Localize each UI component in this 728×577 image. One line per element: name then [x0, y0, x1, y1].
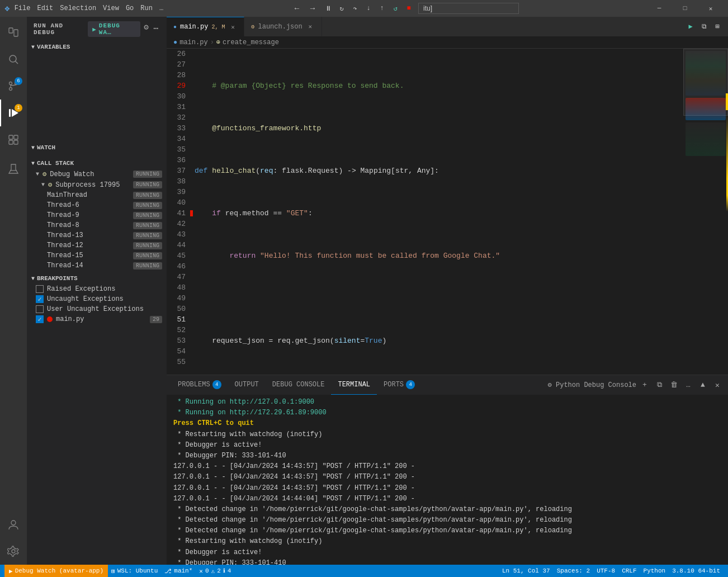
- menu-run[interactable]: Run: [140, 4, 153, 12]
- bp-main-py[interactable]: ✓ main.py 29: [27, 314, 167, 324]
- panel-new-terminal[interactable]: +: [639, 379, 651, 391]
- activity-settings[interactable]: [0, 538, 27, 565]
- activity-extensions[interactable]: [0, 126, 27, 153]
- status-errors[interactable]: ✕ 0 ⚠ 2 ℹ 4: [196, 565, 234, 577]
- status-wsl[interactable]: ⊞ WSL: Ubuntu: [108, 565, 161, 577]
- menu-view[interactable]: View: [103, 4, 119, 12]
- panel-tab-problems[interactable]: PROBLEMS 4: [171, 375, 228, 395]
- panel-split[interactable]: ⧉: [653, 379, 665, 391]
- status-wsl-label: WSL: Ubuntu: [117, 567, 158, 574]
- callstack-thread12[interactable]: Thread-12 RUNNING: [27, 240, 167, 250]
- code-content[interactable]: # @param {Object} res Response to send b…: [190, 49, 683, 375]
- bp-uncaught-checkbox[interactable]: ✓: [36, 295, 44, 303]
- status-language[interactable]: Python: [640, 565, 669, 577]
- debug-step-into-button[interactable]: ↓: [362, 2, 375, 15]
- tab-launch-json[interactable]: ⚙ launch.json ✕: [244, 17, 322, 36]
- tab-main-py-close[interactable]: ✕: [228, 22, 237, 31]
- breadcrumb-fn[interactable]: create_message: [223, 39, 279, 46]
- activity-search[interactable]: [0, 46, 27, 73]
- bp-uncaught-exceptions[interactable]: ✓ Uncaught Exceptions: [27, 294, 167, 304]
- callstack-thread9[interactable]: Thread-9 RUNNING: [27, 210, 167, 220]
- status-error-icon: ✕: [199, 567, 203, 575]
- callstack-thread13-label: Thread-13: [47, 231, 83, 239]
- callstack-debug-watch[interactable]: ▼ ⚙ Debug Watch RUNNING: [27, 169, 167, 179]
- editor-split-button[interactable]: ⧉: [698, 21, 710, 33]
- title-bar-center: ← → ⏸ ↻ ↷ ↓ ↑ ↺ ■: [168, 2, 642, 15]
- bp-raised-checkbox[interactable]: [36, 285, 44, 293]
- menu-edit[interactable]: Edit: [37, 4, 53, 12]
- activity-source-control[interactable]: 6: [0, 73, 27, 100]
- status-spaces[interactable]: Spaces: 2: [554, 565, 593, 577]
- callstack-subprocess[interactable]: ▼ ⚙ Subprocess 17995 RUNNING: [27, 179, 167, 190]
- watch-section[interactable]: ▼ WATCH: [27, 142, 167, 153]
- status-git[interactable]: ⎇ main*: [161, 565, 196, 577]
- callstack-thread13[interactable]: Thread-13 RUNNING: [27, 230, 167, 240]
- debug-stop-button[interactable]: ■: [403, 2, 415, 15]
- debug-watch-config[interactable]: ▶ Debug Wa…: [88, 21, 140, 37]
- panel-tab-ports[interactable]: PORTS 4: [377, 375, 422, 395]
- status-bar: ▶ Debug Watch (avatar-app) ⊞ WSL: Ubuntu…: [0, 565, 728, 577]
- nav-back-button[interactable]: ←: [291, 2, 303, 15]
- activity-testing[interactable]: [0, 155, 27, 182]
- breadcrumb-file[interactable]: main.py: [179, 39, 207, 46]
- bp-main-checkbox[interactable]: ✓: [36, 315, 44, 323]
- panel-tab-output[interactable]: OUTPUT: [228, 375, 266, 395]
- bp-user-uncaught-checkbox[interactable]: [36, 305, 44, 313]
- panel-debug-console-label: DEBUG CONSOLE: [272, 381, 325, 389]
- minimize-button[interactable]: ─: [646, 0, 672, 17]
- menu-selection[interactable]: Selection: [60, 4, 96, 12]
- call-stack-section[interactable]: ▼ CALL STACK: [27, 158, 167, 169]
- debug-step-over-button[interactable]: ↷: [349, 2, 361, 15]
- callstack-thread14[interactable]: Thread-14 RUNNING: [27, 261, 167, 271]
- status-line-endings[interactable]: CRLF: [618, 565, 640, 577]
- status-info-count: 4: [228, 567, 231, 574]
- terminal-line-9: 127.0.0.1 - - [04/Jan/2024 14:43:57] "PO…: [173, 483, 721, 494]
- editor-layout-button[interactable]: ⊞: [711, 21, 724, 33]
- terminal-line-1: * Running on http://127.0.0.1:9000: [173, 397, 721, 408]
- panel-more[interactable]: …: [682, 379, 694, 391]
- bp-user-uncaught[interactable]: User Uncaught Exceptions: [27, 304, 167, 314]
- run-button[interactable]: ▶: [684, 21, 697, 33]
- variables-section[interactable]: ▼ VARIABLES: [27, 41, 167, 53]
- callstack-mainthread[interactable]: MainThread RUNNING: [27, 190, 167, 200]
- status-cursor[interactable]: Ln 51, Col 37: [499, 565, 554, 577]
- panel-tabs: PROBLEMS 4 OUTPUT DEBUG CONSOLE TERMINAL…: [167, 375, 728, 395]
- panel-kill[interactable]: 🗑: [668, 379, 680, 391]
- panel-content[interactable]: * Running on http://127.0.0.1:9000 * Run…: [167, 395, 728, 565]
- tab-launch-json-close[interactable]: ✕: [306, 22, 315, 31]
- menu-go[interactable]: Go: [126, 4, 134, 12]
- debug-step-out-button[interactable]: ↑: [376, 2, 388, 15]
- maximize-button[interactable]: □: [672, 0, 698, 17]
- debug-restart-button[interactable]: ↻: [335, 2, 348, 15]
- panel-tab-terminal[interactable]: TERMINAL: [331, 375, 377, 395]
- debug-more-icon[interactable]: …: [153, 21, 160, 37]
- bp-raised-exceptions[interactable]: Raised Exceptions: [27, 284, 167, 294]
- menu-file[interactable]: File: [15, 4, 31, 12]
- callstack-thread8-label: Thread-8: [47, 221, 79, 229]
- debug-pause-button[interactable]: ⏸: [322, 2, 334, 15]
- callstack-item-label: Debug Watch: [50, 171, 94, 178]
- debug-gear-icon[interactable]: ⚙: [143, 21, 150, 37]
- tab-main-py[interactable]: ● main.py 2, M ✕: [167, 17, 244, 36]
- terminal-line-2: * Running on http://172.29.61.89:9000: [173, 408, 721, 418]
- activity-run-debug[interactable]: 1: [0, 100, 27, 126]
- panel-maximize[interactable]: ▲: [697, 379, 709, 391]
- activity-explorer[interactable]: [0, 19, 27, 46]
- callstack-thread15[interactable]: Thread-15 RUNNING: [27, 250, 167, 261]
- svg-point-15: [11, 521, 16, 525]
- nav-forward-button[interactable]: →: [306, 2, 319, 15]
- menu-more[interactable]: …: [159, 4, 163, 12]
- callstack-thread6[interactable]: Thread-6 RUNNING: [27, 200, 167, 210]
- status-debug[interactable]: ▶ Debug Watch (avatar-app): [4, 565, 108, 577]
- panel-tab-debug-console[interactable]: DEBUG CONSOLE: [266, 375, 332, 395]
- activity-account[interactable]: [0, 511, 27, 538]
- status-python-version: 3.8.10 64-bit: [672, 567, 720, 574]
- breakpoints-section[interactable]: ▼ BREAKPOINTS: [27, 273, 167, 284]
- close-button[interactable]: ✕: [698, 0, 724, 17]
- status-encoding[interactable]: UTF-8: [593, 565, 618, 577]
- command-search[interactable]: [418, 3, 519, 14]
- panel-close[interactable]: ✕: [711, 379, 724, 391]
- status-python-env[interactable]: 3.8.10 64-bit: [669, 565, 724, 577]
- debug-continue-button[interactable]: ↺: [389, 2, 401, 15]
- callstack-thread8[interactable]: Thread-8 RUNNING: [27, 220, 167, 230]
